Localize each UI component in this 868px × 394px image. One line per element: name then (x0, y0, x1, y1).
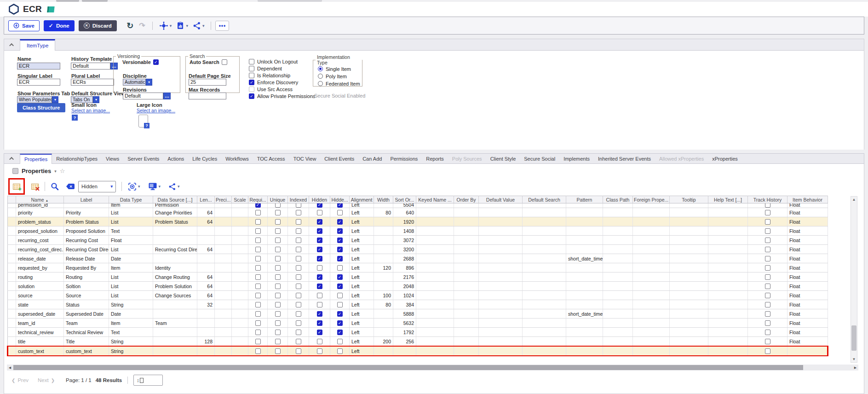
table-row-custom-text[interactable]: custom_textcustom_textStringLeft (8, 346, 828, 356)
column-header-width[interactable]: Width (374, 196, 393, 203)
unique-checkbox[interactable] (275, 348, 281, 354)
column-header-sort_order[interactable]: Sort Or... (393, 196, 416, 203)
cell-hidden2[interactable]: ✓ (330, 328, 350, 337)
indexed-checkbox[interactable] (296, 265, 301, 271)
hidden2-checkbox[interactable] (337, 265, 343, 271)
cell-help_text[interactable] (708, 245, 748, 254)
hidden2-checkbox[interactable]: ✓ (337, 284, 343, 289)
cell-width[interactable] (374, 346, 393, 356)
requi-checkbox[interactable]: ✓ (255, 203, 261, 208)
cell-default_value[interactable] (479, 309, 523, 319)
cell-track_history[interactable] (748, 254, 788, 263)
unique-checkbox[interactable] (275, 284, 281, 289)
indexed-checkbox[interactable] (296, 293, 301, 298)
chevron-down-icon[interactable]: ▾ (54, 169, 57, 174)
auto-search-checkbox[interactable] (222, 59, 227, 65)
cell-alignment[interactable]: Left (350, 226, 374, 236)
cell-alignment[interactable]: Left (350, 319, 374, 328)
cell-order_by[interactable] (454, 337, 479, 347)
hidden-checkbox[interactable]: ✓ (317, 284, 322, 289)
cell-requi[interactable] (248, 254, 268, 263)
track_history-checkbox[interactable] (765, 238, 770, 243)
cell-item_behavior[interactable]: Float (788, 245, 828, 254)
unique-checkbox[interactable] (275, 274, 281, 280)
cell-scale[interactable] (232, 337, 248, 347)
cell-requi[interactable] (248, 217, 268, 226)
cell-width[interactable]: 80 (374, 208, 393, 217)
hidden-checkbox[interactable] (317, 210, 322, 215)
cell-track_history[interactable] (748, 337, 788, 347)
cell-label[interactable]: Technical Review (64, 328, 109, 337)
cell-indexed[interactable] (288, 346, 309, 356)
cell-data_type[interactable]: List (109, 282, 153, 291)
requi-checkbox[interactable] (255, 274, 261, 280)
cell-foreign_prop[interactable] (633, 282, 670, 291)
checkbox-enforce-discovery[interactable]: ✓ (249, 80, 254, 85)
cell-help_text[interactable] (708, 309, 748, 319)
column-header-class_path[interactable]: Class Path (603, 196, 633, 203)
cell-data_source[interactable] (153, 236, 197, 245)
cell-keyed_name[interactable] (416, 263, 454, 272)
cell-data_source[interactable] (153, 337, 197, 347)
cell-len[interactable]: 64 (197, 217, 215, 226)
hidden-checkbox[interactable]: ✓ (317, 203, 322, 208)
hidden2-checkbox[interactable]: ✓ (337, 247, 343, 252)
cell-pattern[interactable] (566, 245, 603, 254)
cell-keyed_name[interactable] (416, 226, 454, 236)
cell-data_type[interactable]: Item (109, 319, 153, 328)
tab-relationshiptypes[interactable]: RelationshipTypes (52, 154, 102, 163)
cell-help_text[interactable] (708, 328, 748, 337)
cell-width[interactable]: 100 (374, 291, 393, 300)
unique-checkbox[interactable] (275, 228, 281, 234)
indexed-checkbox[interactable] (296, 311, 301, 317)
cell-hidden2[interactable]: ✓ (330, 309, 350, 319)
cell-pattern[interactable] (566, 319, 603, 328)
cell-item_behavior[interactable]: Float (788, 254, 828, 263)
unique-checkbox[interactable] (275, 238, 281, 243)
cell-requi[interactable] (248, 282, 268, 291)
unique-checkbox[interactable] (275, 330, 281, 335)
track_history-checkbox[interactable] (765, 256, 770, 261)
unique-checkbox[interactable] (275, 256, 281, 261)
hidden2-checkbox[interactable]: ✓ (337, 228, 343, 234)
reports-clipboard-button[interactable]: ▾ (176, 21, 188, 30)
tab-secure-social[interactable]: Secure Social (520, 154, 559, 163)
cell-data_type[interactable]: List (109, 217, 153, 226)
cell-alignment[interactable]: Left (350, 309, 374, 319)
hidden2-checkbox[interactable]: ✓ (337, 274, 343, 280)
column-header-hidden2[interactable]: Hidde... (330, 196, 350, 203)
plural-label-input[interactable]: ECRs (71, 79, 114, 86)
cell-class_path[interactable] (603, 309, 633, 319)
table-row-problem-status[interactable]: problem_statusProblem StatusListProblem … (8, 217, 828, 226)
cell-foreign_prop[interactable] (633, 254, 670, 263)
hidden-checkbox[interactable] (317, 265, 322, 271)
favorite-star-icon[interactable]: ☆ (60, 168, 65, 174)
cell-sort_order[interactable]: 2048 (393, 282, 416, 291)
cell-len[interactable]: 64 (197, 291, 215, 300)
cell-len[interactable]: 32 (197, 300, 215, 309)
cell-indexed[interactable] (288, 203, 309, 208)
cell-len[interactable] (197, 263, 215, 272)
cell-default_search[interactable] (523, 282, 566, 291)
column-header-unique[interactable]: Unique (268, 196, 288, 203)
cell-indexed[interactable] (288, 337, 309, 347)
column-header-data_type[interactable]: Data Type (109, 196, 153, 203)
cell-width[interactable] (374, 226, 393, 236)
column-header-order_by[interactable]: Order By (454, 196, 479, 203)
cell-len[interactable]: 64 (197, 208, 215, 217)
cell-scale[interactable] (232, 226, 248, 236)
cell-keyed_name[interactable] (416, 236, 454, 245)
show-parameters-tab-select[interactable]: When Populated (17, 96, 52, 103)
cell-default_value[interactable] (479, 328, 523, 337)
indexed-checkbox[interactable] (296, 238, 301, 243)
indexed-checkbox[interactable] (296, 219, 301, 225)
column-header-pattern[interactable]: Pattern (566, 196, 603, 203)
requi-checkbox[interactable] (255, 339, 261, 344)
cell-default_search[interactable] (523, 236, 566, 245)
cell-alignment[interactable]: Left (350, 337, 374, 347)
cell-requi[interactable] (248, 263, 268, 272)
cell-indexed[interactable] (288, 245, 309, 254)
cell-order_by[interactable] (454, 291, 479, 300)
cell-pattern[interactable] (566, 217, 603, 226)
hidden2-checkbox[interactable]: ✓ (337, 256, 343, 261)
